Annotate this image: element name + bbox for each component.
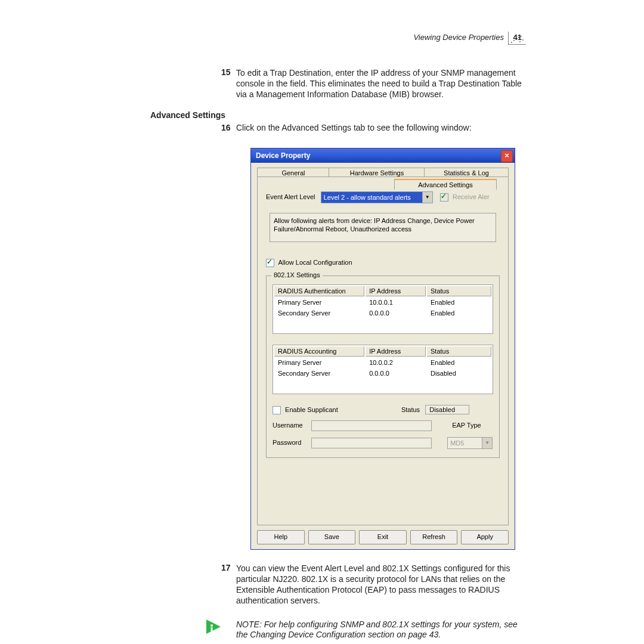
svg-point-10 <box>210 624 213 627</box>
auth-col-0: RADIUS Authentication <box>274 286 364 296</box>
event-alert-label: Event Alert Level <box>266 193 315 200</box>
table-row[interactable]: Secondary Server 0.0.0.0 Disabled <box>274 369 491 378</box>
chevron-down-icon: ▼ <box>482 438 492 448</box>
svg-marker-9 <box>206 620 221 634</box>
running-header: Viewing Device Properties 41 <box>413 33 522 42</box>
close-icon[interactable]: × <box>501 150 513 162</box>
svg-point-3 <box>513 40 515 41</box>
receive-alert-checkbox <box>440 193 448 202</box>
allow-local-config-checkbox[interactable] <box>266 259 274 267</box>
supp-status-label: Status <box>401 406 420 413</box>
apply-button[interactable]: Apply <box>461 530 509 544</box>
svg-point-2 <box>511 42 512 43</box>
step-16-text: Click on the Advanced Settings tab to se… <box>236 123 528 132</box>
supp-status-value: Disabled <box>425 405 469 414</box>
help-button[interactable]: Help <box>257 530 305 544</box>
eap-type-combo[interactable]: MD5 ▼ <box>447 437 493 449</box>
dialog-buttons: Help Save Exit Refresh Apply <box>257 530 509 544</box>
event-alert-combo[interactable]: Level 2 - allow standard alerts ▼ <box>321 191 433 203</box>
step-17-number: 17 <box>221 563 231 572</box>
step-17-text: You can view the Event Alert Level and 8… <box>236 563 528 606</box>
eap-type-value: MD5 <box>450 439 464 447</box>
radius-auth-table: RADIUS Authentication IP Address Status … <box>273 284 493 334</box>
table-row[interactable]: Primary Server 10.0.0.2 Enabled <box>274 358 491 367</box>
allow-local-config-label: Allow Local Configuration <box>278 259 352 266</box>
event-alert-value: Level 2 - allow standard alerts <box>324 194 411 201</box>
svg-point-4 <box>516 38 517 39</box>
svg-point-6 <box>521 36 522 37</box>
step-15-text: To edit a Trap Destination, enter the IP… <box>236 67 528 100</box>
acct-col-2: Status <box>427 346 491 357</box>
enable-supplicant-label: Enable Supplicant <box>285 406 338 413</box>
acct-col-0: RADIUS Accounting <box>274 346 364 357</box>
page-corner-dots <box>508 32 526 45</box>
alert-description-box: Allow following alerts from device: IP A… <box>270 213 496 242</box>
svg-point-5 <box>518 37 519 38</box>
8021x-legend: 802.1X Settings <box>271 271 323 278</box>
dialog-title: Device Property <box>256 151 310 160</box>
radius-acct-table: RADIUS Accounting IP Address Status Prim… <box>273 345 493 394</box>
enable-supplicant-checkbox[interactable] <box>273 406 281 414</box>
table-row[interactable]: Primary Server 10.0.0.1 Enabled <box>274 298 491 307</box>
advanced-settings-heading: Advanced Settings <box>150 110 225 120</box>
note-text: NOTE: For help configuring SNMP and 802.… <box>236 620 528 640</box>
auth-col-2: Status <box>427 286 491 296</box>
table-row[interactable]: Secondary Server 0.0.0.0 Enabled <box>274 308 491 318</box>
username-input[interactable] <box>311 420 432 431</box>
device-property-dialog: Device Property × General Hardware Setti… <box>250 148 515 550</box>
8021x-group: 802.1X Settings RADIUS Authentication IP… <box>266 275 500 458</box>
svg-point-8 <box>519 41 521 42</box>
save-button[interactable]: Save <box>308 530 356 544</box>
svg-point-7 <box>522 39 524 41</box>
username-label: Username <box>273 422 309 429</box>
step-15-number: 15 <box>221 67 231 77</box>
password-input[interactable] <box>311 438 432 448</box>
acct-col-1: IP Address <box>366 346 426 357</box>
info-icon <box>205 618 222 635</box>
eap-type-label: EAP Type <box>452 422 481 429</box>
exit-button[interactable]: Exit <box>359 530 407 544</box>
running-title: Viewing Device Properties <box>413 33 504 42</box>
dialog-titlebar[interactable]: Device Property × <box>251 148 515 163</box>
svg-rect-11 <box>211 627 213 632</box>
password-label: Password <box>273 439 309 446</box>
tab-panel-advanced: Event Alert Level Level 2 - allow standa… <box>257 177 509 525</box>
step-16-number: 16 <box>221 123 231 132</box>
tab-advanced[interactable]: Advanced Settings <box>394 179 497 190</box>
chevron-down-icon[interactable]: ▼ <box>422 192 432 203</box>
receive-alert-label: Receive Aler <box>453 193 490 200</box>
refresh-button[interactable]: Refresh <box>410 530 458 544</box>
auth-col-1: IP Address <box>366 286 426 296</box>
